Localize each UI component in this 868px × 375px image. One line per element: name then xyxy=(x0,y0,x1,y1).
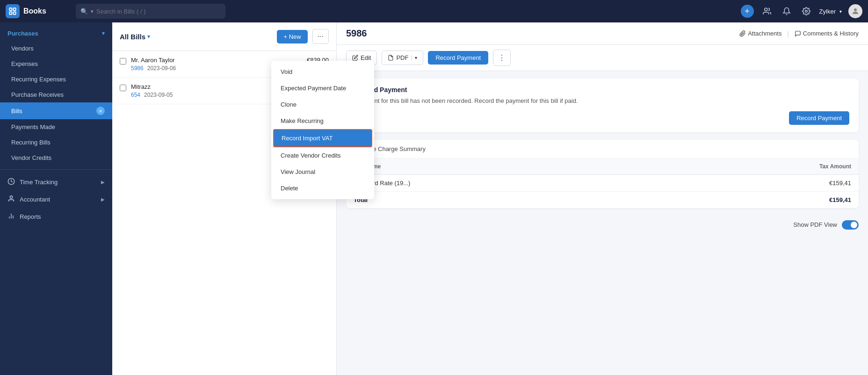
notifications-icon[interactable] xyxy=(780,5,793,18)
svg-rect-3 xyxy=(14,12,16,14)
detail-header-actions: Attachments | Comments & History xyxy=(739,30,859,37)
bills-add-icon[interactable]: + xyxy=(96,107,105,115)
sidebar-item-vendors[interactable]: Vendors xyxy=(0,41,112,56)
pdf-button[interactable]: PDF ▾ xyxy=(382,50,423,65)
accountant-icon xyxy=(7,195,15,204)
vat-name-header: VAT Name xyxy=(354,163,520,170)
pdf-dropdown-arrow-icon: ▾ xyxy=(412,55,417,60)
sidebar-item-recurring-bills[interactable]: Recurring Bills xyxy=(0,135,112,150)
main-layout: Purchases ▾ Vendors Expenses Recurring E… xyxy=(0,22,868,375)
bill-id[interactable]: 654 xyxy=(131,92,140,98)
bills-list-header: All Bills ▾ + New ··· xyxy=(112,22,336,51)
reverse-charge-section: Reverse Charge Summary VAT Name Tax Amou… xyxy=(346,140,859,208)
bill-date: 2023-09-05 xyxy=(144,92,173,98)
sidebar-purchases-header[interactable]: Purchases ▾ xyxy=(0,26,112,41)
sidebar-item-expenses[interactable]: Expenses xyxy=(0,56,112,72)
bill-checkbox[interactable] xyxy=(120,58,126,65)
dropdown-item-create-vendor-credits[interactable]: Create Vendor Credits xyxy=(271,147,374,164)
svg-rect-1 xyxy=(14,8,16,10)
user-chevron-icon: ▾ xyxy=(839,9,842,14)
dropdown-item-delete[interactable]: Delete xyxy=(271,180,374,196)
content-area: All Bills ▾ + New ··· Mr. Aaron Taylor 5… xyxy=(112,22,868,375)
bill-meta: 5986 2023-09-06 xyxy=(131,65,266,72)
detail-toolbar: Edit PDF ▾ Record Payment ⋮ xyxy=(337,45,868,71)
detail-title: 5986 xyxy=(346,28,367,39)
svg-rect-2 xyxy=(9,12,12,14)
dropdown-menu: Void Expected Payment Date Clone Make Re… xyxy=(271,61,374,199)
total-label: Total xyxy=(354,196,520,203)
bill-info: Mr. Aaron Taylor 5986 2023-09-06 xyxy=(131,57,266,72)
show-pdf-view-label: Show PDF View xyxy=(793,221,837,228)
time-tracking-arrow-icon: ▶ xyxy=(101,180,105,185)
sidebar: Purchases ▾ Vendors Expenses Recurring E… xyxy=(0,22,112,375)
sidebar-item-accountant[interactable]: Accountant ▶ xyxy=(0,191,112,208)
sidebar-item-time-tracking[interactable]: Time Tracking ▶ xyxy=(0,173,112,191)
sidebar-item-recurring-expenses[interactable]: Recurring Expenses xyxy=(0,72,112,87)
record-payment-card-title: Record Payment xyxy=(355,86,849,94)
search-input[interactable] xyxy=(96,8,221,15)
app-logo[interactable]: Books xyxy=(6,4,71,18)
record-payment-card: Record Payment Payment for this bill has… xyxy=(346,79,859,132)
dropdown-item-view-journal[interactable]: View Journal xyxy=(271,164,374,180)
logo-icon xyxy=(6,4,20,18)
col2-cell xyxy=(520,180,686,187)
search-icon: 🔍 xyxy=(80,8,88,15)
reports-icon xyxy=(7,212,15,221)
bills-filter-label[interactable]: All Bills ▾ xyxy=(120,33,150,41)
record-payment-card-button[interactable]: Record Payment xyxy=(789,111,849,125)
svg-point-8 xyxy=(10,196,12,198)
record-payment-card-actions: Record Payment xyxy=(355,111,849,125)
detail-panel: 5986 Attachments | Comments & History xyxy=(337,22,868,375)
bill-date: 2023-09-06 xyxy=(147,65,176,72)
vat-table-total: Total €159,41 xyxy=(346,192,859,208)
sidebar-item-bills[interactable]: Bills + xyxy=(0,102,112,119)
pdf-toggle-row: Show PDF View xyxy=(337,216,868,234)
user-name: Zylker xyxy=(819,8,836,15)
search-dropdown-trigger[interactable]: ▾ xyxy=(91,8,94,14)
time-tracking-icon xyxy=(7,178,15,187)
bill-id[interactable]: 5986 xyxy=(131,65,144,72)
search-bar[interactable]: 🔍 ▾ xyxy=(76,4,225,19)
contacts-icon[interactable] xyxy=(760,5,774,18)
detail-header: 5986 Attachments | Comments & History xyxy=(337,22,868,45)
accountant-arrow-icon: ▶ xyxy=(101,197,105,202)
dropdown-item-record-import-vat[interactable]: Record Import VAT xyxy=(273,129,372,147)
bill-vendor: Mr. Aaron Taylor xyxy=(131,57,266,64)
more-options-button[interactable]: ··· xyxy=(312,29,329,44)
app-name: Books xyxy=(23,7,46,15)
dropdown-item-expected-payment-date[interactable]: Expected Payment Date xyxy=(271,80,374,96)
sidebar-item-purchase-receives[interactable]: Purchase Receives xyxy=(0,87,112,102)
total-col2 xyxy=(520,196,686,203)
record-payment-toolbar-button[interactable]: Record Payment xyxy=(428,51,488,65)
sidebar-item-vendor-credits[interactable]: Vendor Credits xyxy=(0,150,112,166)
svg-point-6 xyxy=(854,8,857,11)
new-bill-button[interactable]: + New xyxy=(277,30,307,43)
show-pdf-view-toggle[interactable] xyxy=(842,220,859,230)
total-amount: €159,41 xyxy=(685,196,851,203)
sidebar-item-payments-made[interactable]: Payments Made xyxy=(0,119,112,135)
dropdown-item-make-recurring[interactable]: Make Recurring xyxy=(271,113,374,129)
svg-point-4 xyxy=(764,8,767,11)
dropdown-item-clone[interactable]: Clone xyxy=(271,96,374,113)
purchases-chevron-icon: ▾ xyxy=(102,30,105,36)
bill-meta: 654 2023-09-05 xyxy=(131,92,266,98)
attachments-link[interactable]: Attachments xyxy=(739,30,781,37)
dropdown-item-void[interactable]: Void xyxy=(271,64,374,80)
reverse-charge-header: Reverse Charge Summary xyxy=(346,140,859,159)
more-actions-button[interactable]: ⋮ xyxy=(493,50,511,66)
sidebar-item-reports[interactable]: Reports xyxy=(0,208,112,225)
settings-icon[interactable] xyxy=(800,5,813,18)
user-menu[interactable]: Zylker ▾ xyxy=(819,8,842,15)
filter-chevron-icon: ▾ xyxy=(147,34,150,40)
col2-header xyxy=(520,163,686,170)
vat-table-row: Standard Rate (19...) €159,41 xyxy=(346,175,859,192)
add-button[interactable]: + xyxy=(741,5,754,18)
tax-amount-cell: €159,41 xyxy=(685,180,851,187)
bill-checkbox[interactable] xyxy=(120,85,126,91)
vat-table-header: VAT Name Tax Amount xyxy=(346,159,859,175)
sidebar-section-label: Purchases xyxy=(7,30,38,37)
comments-link[interactable]: Comments & History xyxy=(795,30,859,37)
tax-amount-header: Tax Amount xyxy=(685,163,851,170)
avatar[interactable] xyxy=(848,4,862,18)
bill-vendor: Mitrazz xyxy=(131,83,266,90)
